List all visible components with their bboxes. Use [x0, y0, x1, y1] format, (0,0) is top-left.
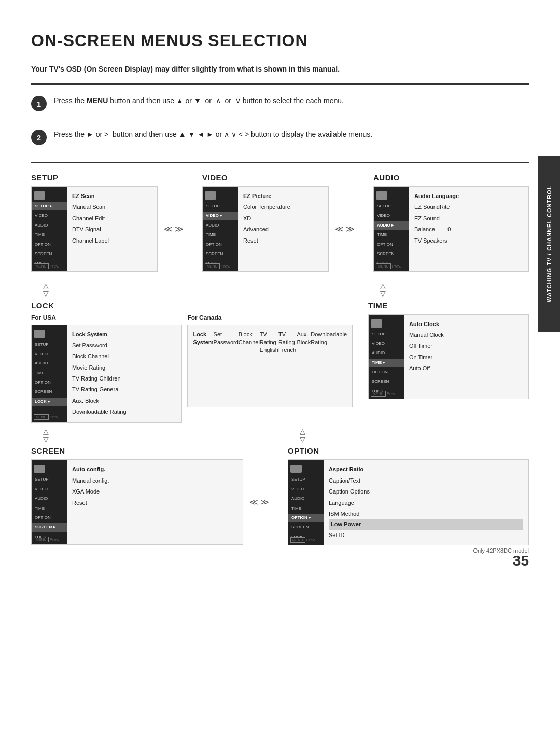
setup-item-4: DTV Signal [72, 224, 152, 235]
screen-title: SCREEN [31, 446, 272, 455]
screen-panel: SETUP VIDEO AUDIO TIME OPTION SCREEN ▸ L… [31, 459, 243, 545]
top-divider [31, 83, 529, 85]
screen-item-4: Reset [72, 498, 237, 509]
time-sidebar: SETUP VIDEO AUDIO TIME ▸ OPTION SCREEN L… [369, 315, 404, 399]
audio-item-1: Audio Language [414, 191, 523, 202]
time-sidebar-time: TIME ▸ [369, 359, 404, 367]
lock-usa-item-5: TV Rating-Children [72, 373, 176, 384]
audio-sidebar-screen: SCREEN [374, 250, 409, 258]
audio-prev: MENU Prev. [376, 263, 401, 269]
option-prev: MENU Prev. [290, 537, 316, 543]
audio-sidebar-setup: SETUP [374, 202, 409, 210]
video-item-4: Advanced [243, 224, 323, 235]
lock-usa-item-2: Set Password [72, 340, 176, 351]
video-sidebar-screen: SCREEN [203, 250, 238, 258]
step-1-number: 1 [31, 96, 47, 111]
setup-panel: SETUP ▸ VIDEO AUDIO TIME OPTION SCREEN L… [31, 186, 158, 272]
time-item-2: Manual Clock [409, 330, 523, 341]
setup-arrows: ≪ ≫ [161, 224, 187, 234]
lock-usa-item-8: Downloadable Rating [72, 406, 176, 417]
screen-sidebar-setup: SETUP [32, 475, 67, 484]
audio-panel: SETUP VIDEO AUDIO ▸ TIME OPTION SCREEN L… [373, 186, 529, 272]
lock-canada-label: For Canada [187, 314, 353, 321]
video-title: VIDEO [202, 173, 358, 182]
time-title: TIME [368, 301, 529, 310]
top-menus-grid: SETUP SETUP ▸ VIDEO AUDIO TIME OPTION SC… [31, 173, 529, 277]
setup-item-3: Channel Edit [72, 213, 152, 224]
option-item-5: ISM Method [329, 509, 523, 519]
lock-canada-subsection: For Canada Lock System Set Password Bloc… [187, 314, 353, 423]
lock-usa-item-6: TV Rating-General [72, 384, 176, 395]
audio-item-2: EZ SoundRite [414, 202, 523, 213]
lock-title: LOCK [31, 301, 353, 310]
video-sidebar-video: VIDEO ▸ [203, 212, 238, 220]
video-sidebar-time: TIME [203, 231, 238, 239]
lock-usa-screen: SCREEN [32, 388, 67, 396]
option-item-4: Language [329, 498, 523, 509]
lock-canada-item-3: Block Channel [239, 329, 260, 403]
step-2-text: Press the ► or > button and then use ▲ ▼… [54, 129, 372, 140]
steps-section: 1 Press the MENU button and then use ▲ o… [31, 95, 529, 151]
middle-row: △▽ LOCK For USA SETUP VIDEO AUDIO [31, 282, 529, 423]
time-sidebar-screen: SCREEN [369, 377, 404, 386]
lock-usa-video: VIDEO [32, 350, 67, 358]
bottom-steps-divider [31, 162, 529, 163]
option-sidebar-screen: SCREEN [288, 523, 324, 531]
lock-usa-label: For USA [31, 314, 182, 321]
page-container: WATCHING TV / CHANNEL CONTROL ON-SCREEN … [0, 0, 560, 590]
time-ud-arrow: △▽ [377, 282, 529, 298]
time-sidebar-option: OPTION [369, 368, 404, 376]
page-number: 35 [513, 553, 529, 569]
step-2-number: 2 [31, 130, 47, 145]
setup-sidebar-setup: SETUP ▸ [32, 202, 67, 210]
screen-sidebar-video: VIDEO [32, 485, 67, 494]
video-sidebar-audio: AUDIO [203, 221, 238, 230]
screen-item-2: Manual config. [72, 475, 237, 486]
option-item-3: Caption Options [329, 486, 523, 497]
audio-sidebar-audio: AUDIO ▸ [374, 221, 409, 230]
audio-title: AUDIO [373, 173, 529, 182]
time-item-3: Off Timer [409, 341, 523, 351]
screen-sidebar-screen: SCREEN ▸ [32, 523, 67, 531]
audio-item-4: Balance 0 [414, 224, 523, 235]
audio-content: Audio Language EZ SoundRite EZ Sound Bal… [409, 187, 528, 271]
step-1: 1 Press the MENU button and then use ▲ o… [31, 95, 529, 118]
screen-content: Auto config. Manual config. XGA Mode Res… [67, 460, 243, 544]
option-sidebar-option: OPTION ▸ [288, 514, 324, 522]
option-item-2: Caption/Text [329, 475, 523, 486]
screen-prev: MENU Prev. [34, 537, 59, 542]
time-sidebar-audio: AUDIO [369, 349, 404, 357]
option-ud-arrow: △▽ [297, 428, 529, 444]
video-content: EZ Picture Color Temperature XD Advanced… [238, 187, 328, 271]
screen-sidebar-audio: AUDIO [32, 495, 67, 503]
screen-sidebar-option: OPTION [32, 514, 67, 522]
time-item-4: On Timer [409, 352, 523, 363]
time-sidebar-setup: SETUP [369, 330, 404, 339]
time-content: Auto Clock Manual Clock Off Timer On Tim… [404, 315, 528, 399]
screen-item-3: XGA Mode [72, 486, 237, 497]
option-section: △▽ OPTION SETUP VIDEO AUDIO TIME OPTION … [288, 428, 529, 554]
screen-arrows: ≪ ≫ [246, 497, 272, 507]
audio-section: AUDIO SETUP VIDEO AUDIO ▸ TIME OPTION SC… [373, 173, 529, 272]
option-sidebar-video: VIDEO [288, 485, 324, 494]
video-arrows: ≪ ≫ [332, 224, 358, 234]
lock-canada-item-5: TV Rating-French [278, 329, 297, 403]
video-sidebar: SETUP VIDEO ▸ AUDIO TIME OPTION SCREEN L… [203, 187, 238, 271]
setup-content: EZ Scan Manual Scan Channel Edit DTV Sig… [67, 187, 157, 271]
bottom-row: △▽ SCREEN SETUP VIDEO AUDIO TIME OPTION … [31, 428, 529, 559]
time-prev: MENU Prev. [371, 391, 396, 397]
lock-usa-audio: AUDIO [32, 359, 67, 368]
option-sidebar-setup: SETUP [288, 475, 324, 484]
setup-prev: MENU Prev. [34, 263, 59, 269]
subtitle: Your TV's OSD (On Screen Display) may di… [31, 65, 529, 73]
video-item-1: EZ Picture [243, 191, 323, 202]
audio-sidebar-video: VIDEO [374, 212, 409, 220]
side-tab: WATCHING TV / CHANNEL CONTROL [538, 156, 560, 332]
option-item-7: Set ID [329, 530, 523, 541]
lock-section: △▽ LOCK For USA SETUP VIDEO AUDIO [31, 282, 353, 423]
setup-sidebar-time: TIME [32, 231, 67, 239]
setup-title: SETUP [31, 173, 187, 182]
lock-canada-item-7: Downloadable Rating [311, 329, 347, 403]
lock-usa-content: Lock System Set Password Block Channel M… [67, 325, 181, 422]
time-sidebar-video: VIDEO [369, 340, 404, 348]
